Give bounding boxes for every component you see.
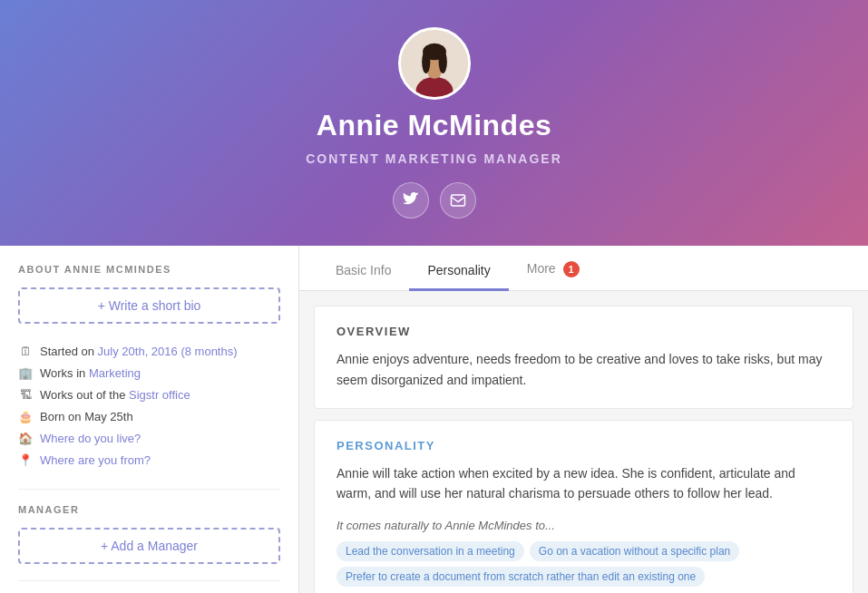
svg-rect-7 <box>451 195 464 206</box>
content-area: OVERVIEW Annie enjoys adventure, needs f… <box>299 291 868 593</box>
manager-section-title: MANAGER <box>18 504 280 515</box>
tab-more[interactable]: More 1 <box>509 247 598 291</box>
building-icon: 🏢 <box>18 365 33 380</box>
divider <box>18 489 280 490</box>
calendar-icon: 🗓 <box>18 344 33 358</box>
overview-card: OVERVIEW Annie enjoys adventure, needs f… <box>314 306 853 409</box>
naturally-subtitle: It comes naturally to Annie McMindes to.… <box>336 519 831 532</box>
birthday-icon: 🎂 <box>18 409 33 423</box>
list-item: 🏗 Works out of the Sigstr office <box>18 384 280 405</box>
office-icon: 🏗 <box>18 387 33 402</box>
tag-item: Go on a vacation without a specific plan <box>530 541 739 561</box>
social-links <box>393 182 476 219</box>
tag-list: Lead the conversation in a meeting Go on… <box>336 541 831 587</box>
overview-title: OVERVIEW <box>336 325 831 338</box>
sidebar: ABOUT ANNIE MCMINDES + Write a short bio… <box>0 246 299 593</box>
profile-header: Annie McMindes CONTENT MARKETING MANAGER <box>0 0 868 246</box>
office-link[interactable]: Sigstr office <box>129 388 190 402</box>
started-link[interactable]: July 20th, 2016 (8 months) <box>98 345 238 358</box>
profile-name: Annie McMindes <box>317 109 551 142</box>
list-item: 🗓 Started on July 20th, 2016 (8 months) <box>18 340 280 362</box>
tabs-bar: Basic Info Personality More 1 <box>299 246 868 291</box>
list-item: 🏠 Where do you live? <box>18 427 280 449</box>
overview-text: Annie enjoys adventure, needs freedom to… <box>336 349 831 390</box>
svg-point-5 <box>422 50 430 73</box>
list-item: 📍 Where are you from? <box>18 449 280 471</box>
tag-item: Prefer to create a document from scratch… <box>336 567 705 587</box>
more-badge: 1 <box>563 261 580 277</box>
info-list: 🗓 Started on July 20th, 2016 (8 months) … <box>18 340 280 471</box>
tab-personality[interactable]: Personality <box>409 248 508 291</box>
avatar <box>398 27 471 100</box>
personality-title: PERSONALITY <box>336 439 831 452</box>
location-link[interactable]: Where do you live? <box>40 432 141 445</box>
divider2 <box>18 580 280 581</box>
marketing-link[interactable]: Marketing <box>89 366 141 380</box>
home-icon: 🏠 <box>18 431 33 445</box>
origin-link[interactable]: Where are you from? <box>40 453 151 467</box>
tab-basic-info[interactable]: Basic Info <box>317 248 409 291</box>
svg-point-6 <box>438 50 446 73</box>
location-icon: 📍 <box>18 452 33 467</box>
about-section-title: ABOUT ANNIE MCMINDES <box>18 264 280 275</box>
right-panel: Basic Info Personality More 1 OVERVIEW A… <box>299 246 868 593</box>
list-item: 🎂 Born on May 25th <box>18 405 280 427</box>
add-manager-button[interactable]: + Add a Manager <box>18 528 280 564</box>
personality-text: Annie will take action when excited by a… <box>336 463 831 504</box>
twitter-button[interactable] <box>393 182 429 219</box>
email-button[interactable] <box>440 182 476 219</box>
write-bio-button[interactable]: + Write a short bio <box>18 287 280 324</box>
main-content: ABOUT ANNIE MCMINDES + Write a short bio… <box>0 246 868 593</box>
list-item: 🏢 Works in Marketing <box>18 362 280 384</box>
personality-card: PERSONALITY Annie will take action when … <box>314 420 853 593</box>
tag-item: Lead the conversation in a meeting <box>336 541 524 561</box>
profile-title: CONTENT MARKETING MANAGER <box>306 151 562 166</box>
